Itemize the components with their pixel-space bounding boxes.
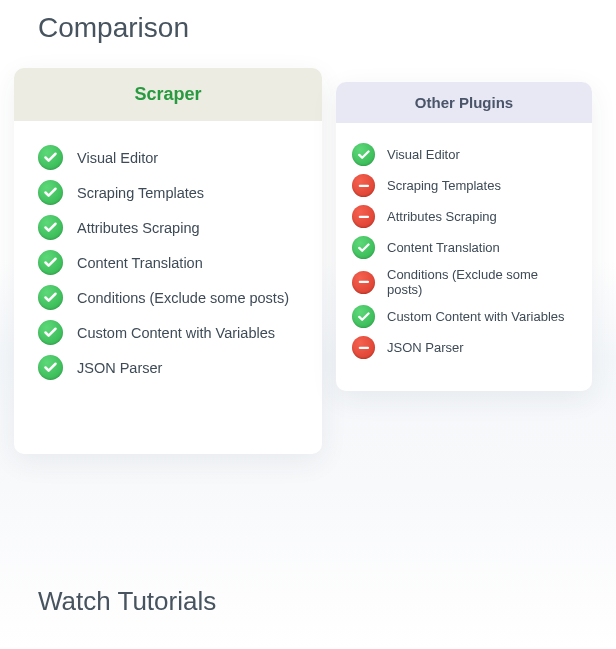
- check-icon: [38, 285, 63, 310]
- list-item: JSON Parser: [352, 336, 576, 359]
- feature-label: Custom Content with Variables: [77, 325, 275, 341]
- check-icon: [352, 236, 375, 259]
- feature-label: Scraping Templates: [387, 178, 501, 193]
- check-icon: [352, 305, 375, 328]
- scraper-feature-list: Visual Editor Scraping Templates Attribu…: [14, 121, 322, 418]
- minus-icon: [352, 174, 375, 197]
- list-item: Conditions (Exclude some posts): [38, 285, 298, 310]
- list-item: Custom Content with Variables: [38, 320, 298, 345]
- list-item: Attributes Scraping: [352, 205, 576, 228]
- feature-label: Visual Editor: [387, 147, 460, 162]
- scraper-card: Scraper Visual Editor Scraping Templates…: [14, 68, 322, 454]
- list-item: Scraping Templates: [38, 180, 298, 205]
- minus-icon: [352, 336, 375, 359]
- minus-icon: [352, 271, 375, 294]
- other-card-title: Other Plugins: [336, 82, 592, 123]
- watch-tutorials-heading: Watch Tutorials: [38, 586, 216, 617]
- list-item: Scraping Templates: [352, 174, 576, 197]
- check-icon: [38, 180, 63, 205]
- comparison-heading: Comparison: [0, 0, 616, 68]
- list-item: Content Translation: [38, 250, 298, 275]
- check-icon: [38, 355, 63, 380]
- feature-label: Conditions (Exclude some posts): [77, 290, 289, 306]
- feature-label: Content Translation: [387, 240, 500, 255]
- check-icon: [352, 143, 375, 166]
- feature-label: Content Translation: [77, 255, 203, 271]
- list-item: Custom Content with Variables: [352, 305, 576, 328]
- feature-label: Scraping Templates: [77, 185, 204, 201]
- feature-label: Attributes Scraping: [387, 209, 497, 224]
- other-feature-list: Visual Editor Scraping Templates Attribu…: [336, 123, 592, 391]
- comparison-cards: Scraper Visual Editor Scraping Templates…: [0, 68, 616, 454]
- list-item: Visual Editor: [38, 145, 298, 170]
- check-icon: [38, 215, 63, 240]
- list-item: Conditions (Exclude some posts): [352, 267, 576, 297]
- check-icon: [38, 250, 63, 275]
- minus-icon: [352, 205, 375, 228]
- list-item: Attributes Scraping: [38, 215, 298, 240]
- check-icon: [38, 145, 63, 170]
- list-item: Visual Editor: [352, 143, 576, 166]
- feature-label: Conditions (Exclude some posts): [387, 267, 576, 297]
- check-icon: [38, 320, 63, 345]
- scraper-card-title: Scraper: [14, 68, 322, 121]
- list-item: Content Translation: [352, 236, 576, 259]
- feature-label: Attributes Scraping: [77, 220, 200, 236]
- list-item: JSON Parser: [38, 355, 298, 380]
- feature-label: JSON Parser: [77, 360, 162, 376]
- feature-label: Visual Editor: [77, 150, 158, 166]
- other-plugins-card: Other Plugins Visual Editor Scraping Tem…: [336, 82, 592, 391]
- feature-label: JSON Parser: [387, 340, 464, 355]
- feature-label: Custom Content with Variables: [387, 309, 565, 324]
